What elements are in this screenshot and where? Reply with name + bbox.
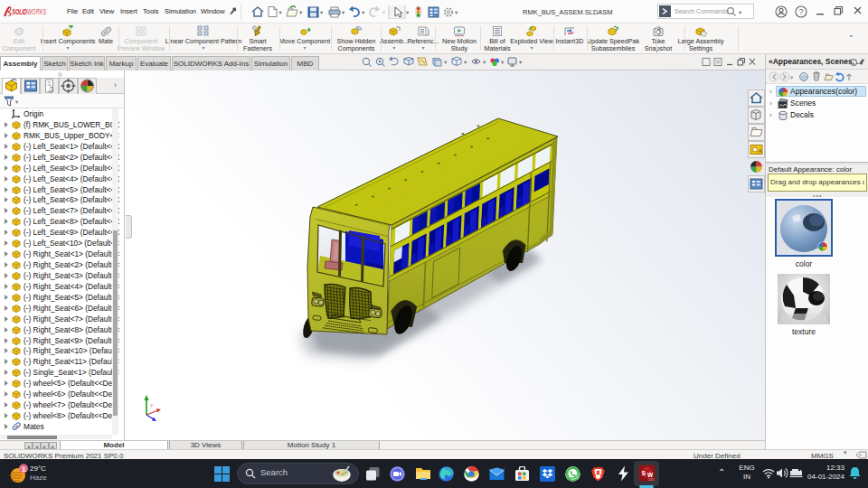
svg-text:▾: ▾ (406, 9, 410, 15)
svg-text:▾: ▾ (501, 59, 505, 65)
svg-text:▾: ▾ (790, 74, 794, 80)
svg-text:▾: ▾ (382, 9, 386, 15)
svg-text:▾: ▾ (519, 59, 523, 65)
svg-text:▾: ▾ (483, 59, 486, 65)
svg-text:▾: ▾ (455, 9, 458, 15)
svg-text:▾: ▾ (464, 59, 467, 65)
svg-text:WORKS: WORKS (27, 7, 46, 17)
svg-text:S: S (642, 470, 646, 476)
svg-text:▾: ▾ (279, 9, 283, 15)
svg-text:▾: ▾ (362, 9, 365, 15)
svg-text:▾: ▾ (15, 99, 19, 105)
svg-text:?: ? (799, 7, 804, 16)
svg-text:▾: ▾ (739, 9, 742, 15)
svg-text:W: W (647, 471, 654, 477)
svg-text:Y: Y (150, 403, 154, 408)
svg-text:2021: 2021 (648, 477, 655, 481)
svg-text:▾: ▾ (299, 9, 303, 15)
svg-text:SOLID: SOLID (12, 7, 27, 17)
svg-text:▾: ▾ (444, 59, 448, 65)
svg-text:▾: ▾ (342, 9, 345, 15)
svg-text:▾: ▾ (320, 9, 324, 15)
svg-text:1: 1 (22, 465, 26, 474)
